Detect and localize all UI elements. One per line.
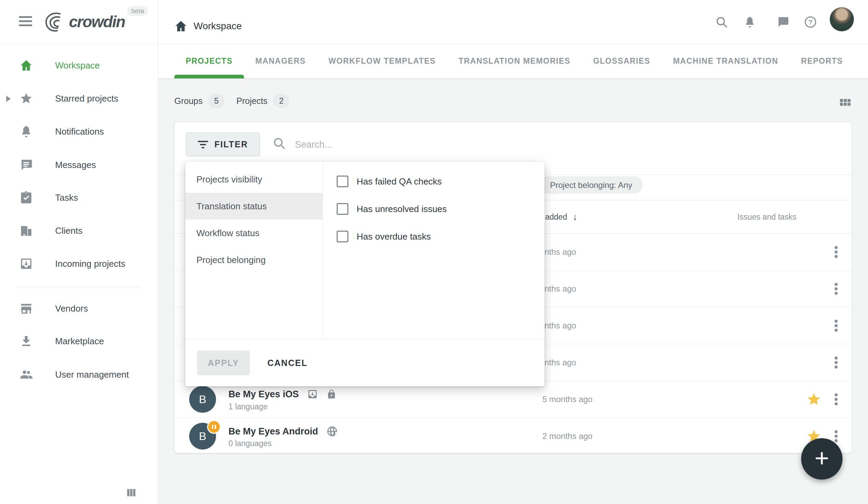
filter-icon [198, 140, 208, 149]
option-has-unresolved-issues[interactable]: Has unresolved issues [337, 203, 544, 215]
sidebar-item-tasks[interactable]: Tasks [0, 181, 158, 214]
bell-icon [19, 125, 33, 138]
cancel-button[interactable]: CANCEL [265, 350, 309, 375]
storefront-icon [19, 302, 33, 315]
tabs-bar: PROJECTS MANAGERS WORKFLOW TEMPLATES TRA… [158, 44, 868, 78]
home-icon [19, 59, 33, 72]
users-icon [19, 368, 33, 381]
projects-toggle[interactable]: Projects [236, 96, 267, 106]
notifications-bell-icon[interactable] [743, 15, 756, 29]
tab-workflow-templates[interactable]: WORKFLOW TEMPLATES [317, 44, 447, 78]
add-project-fab[interactable]: + [801, 438, 843, 480]
plus-icon: + [815, 445, 829, 470]
groups-toggle[interactable]: Groups [174, 96, 203, 106]
sidebar-item-notifications[interactable]: Notifications [0, 115, 158, 148]
paused-badge-icon [207, 420, 221, 434]
sidebar-item-marketplace[interactable]: Marketplace [0, 325, 158, 358]
sidebar-item-messages[interactable]: Messages [0, 148, 158, 181]
column-header-date-added[interactable]: added ↓ [545, 200, 577, 233]
filter-section-project-belonging[interactable]: Project belonging [185, 246, 323, 273]
grid-view-icon[interactable] [837, 96, 853, 112]
sort-desc-icon: ↓ [573, 212, 578, 222]
user-avatar[interactable] [830, 7, 854, 31]
row-menu-icon[interactable] [834, 245, 838, 260]
search-icon [272, 136, 286, 150]
sidebar-logo-row: crowdin beta [0, 0, 158, 44]
filter-options: Has failed QA checks Has unresolved issu… [323, 162, 544, 339]
hamburger-menu-icon[interactable] [19, 16, 32, 27]
checkbox-icon[interactable] [337, 176, 348, 187]
tasks-icon [19, 191, 33, 204]
tab-projects[interactable]: PROJECTS [174, 44, 244, 78]
filter-footer: APPLY CANCEL [185, 339, 544, 386]
filter-section-projects-visibility[interactable]: Projects visibility [185, 166, 323, 193]
option-has-overdue-tasks[interactable]: Has overdue tasks [337, 230, 544, 243]
incoming-project-icon [307, 389, 318, 400]
row-menu-icon[interactable] [834, 429, 838, 444]
inbox-download-icon [19, 257, 33, 271]
project-languages: 1 language [228, 402, 268, 411]
filter-section-workflow-status[interactable]: Workflow status [185, 220, 323, 246]
row-menu-icon[interactable] [834, 318, 838, 333]
groups-count-badge: 5 [208, 94, 225, 108]
sidebar-item-workspace[interactable]: Workspace [0, 49, 158, 82]
sidebar-item-label: Incoming projects [55, 259, 125, 269]
search-icon[interactable] [715, 15, 728, 29]
sidebar-item-incoming-projects[interactable]: Incoming projects [0, 247, 158, 280]
filter-sections-menu: Projects visibility Translation status W… [185, 162, 323, 339]
row-date-added: 5 months ago [542, 381, 592, 418]
row-date-added: nths ago [544, 271, 576, 307]
tab-machine-translation[interactable]: MACHINE TRANSLATION [662, 44, 789, 78]
content-area: Groups 5 Projects 2 FILTER Project belon… [158, 78, 868, 504]
tab-glossaries[interactable]: GLOSSARIES [582, 44, 662, 78]
sidebar-item-label: Starred projects [55, 93, 119, 104]
sidebar-item-label: Messages [55, 160, 96, 170]
tab-translation-memories[interactable]: TRANSLATION MEMORIES [447, 44, 582, 78]
crowdin-logo[interactable]: crowdin [44, 11, 125, 32]
sidebar-item-starred-projects[interactable]: Starred projects [0, 82, 158, 115]
row-date-added: nths ago [544, 307, 576, 344]
option-has-failed-qa-checks[interactable]: Has failed QA checks [337, 175, 544, 188]
apply-button[interactable]: APPLY [197, 350, 250, 375]
page-title: Workspace [194, 21, 242, 32]
starred-icon[interactable] [806, 391, 822, 407]
sidebar-item-user-management[interactable]: User management [0, 358, 158, 391]
filter-dropdown: Projects visibility Translation status W… [185, 162, 544, 386]
home-breadcrumb-icon[interactable] [174, 19, 188, 33]
filter-button[interactable]: FILTER [186, 133, 260, 156]
message-icon [19, 158, 33, 172]
project-avatar: B [189, 386, 216, 413]
sidebar-item-vendors[interactable]: Vendors [0, 292, 158, 325]
star-icon [19, 92, 33, 105]
project-name: Be My Eyes Android [228, 426, 318, 437]
messages-icon[interactable] [776, 15, 789, 29]
sidebar-item-label: User management [55, 369, 129, 380]
help-icon[interactable]: ? [804, 15, 817, 29]
filter-section-translation-status[interactable]: Translation status [185, 193, 323, 220]
sidebar-item-label: Tasks [55, 192, 78, 203]
row-menu-icon[interactable] [834, 355, 838, 370]
search-input[interactable] [294, 133, 489, 156]
project-belonging-chip[interactable]: Project belonging: Any [540, 176, 643, 194]
checkbox-icon[interactable] [337, 231, 348, 242]
row-date-added: nths ago [544, 344, 576, 381]
sidebar-item-label: Notifications [55, 126, 104, 137]
table-row-be-my-eyes-ios[interactable]: B Be My Eyes iOS 1 language 5 months ago [174, 381, 852, 418]
row-menu-icon[interactable] [834, 282, 838, 296]
sidebar-item-clients[interactable]: Clients [0, 214, 158, 247]
sidebar-item-label: Workspace [55, 60, 100, 71]
globe-icon [326, 426, 338, 437]
tab-reports[interactable]: REPORTS [790, 44, 855, 78]
logo-text: crowdin [69, 12, 125, 31]
beta-badge: beta [127, 6, 148, 16]
clients-building-icon [19, 224, 33, 238]
project-name: Be My Eyes iOS [228, 389, 299, 400]
expand-caret-icon[interactable] [6, 96, 11, 102]
table-row-be-my-eyes-android[interactable]: B Be My Eyes Android 0 languages 2 month… [174, 418, 852, 453]
row-menu-icon[interactable] [834, 392, 838, 407]
row-date-added: 2 months ago [542, 418, 592, 453]
sidebar: crowdin beta Workspace Starred projects … [0, 0, 158, 504]
checkbox-icon[interactable] [337, 203, 348, 215]
tab-managers[interactable]: MANAGERS [244, 44, 317, 78]
view-columns-icon[interactable] [125, 486, 137, 499]
